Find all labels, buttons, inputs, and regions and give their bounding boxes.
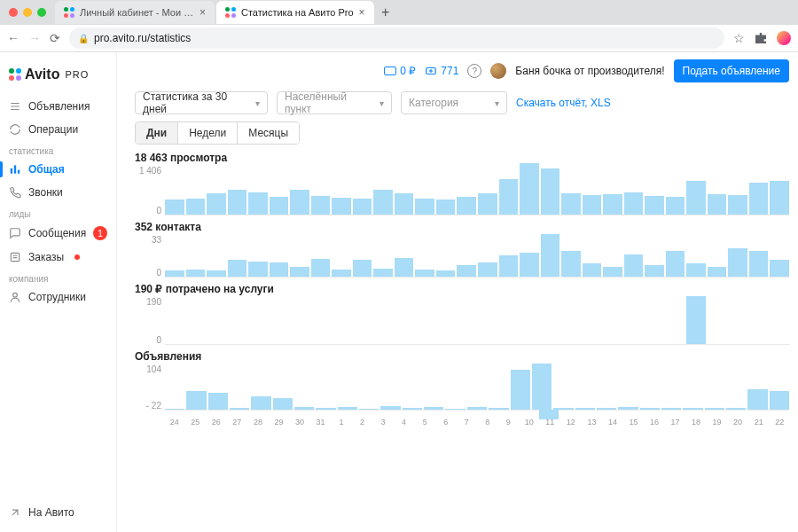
close-tab-icon[interactable]: × [200, 7, 206, 18]
favicon-icon [225, 7, 236, 18]
minimize-window-icon[interactable] [23, 8, 32, 17]
y-tick: 190 [146, 297, 161, 307]
granularity-month[interactable]: Месяцы [238, 122, 299, 144]
help-button[interactable]: ? [467, 64, 481, 78]
logo[interactable]: Avito PRO [0, 61, 116, 95]
sidebar-item-label: Сообщения [28, 227, 86, 239]
city-select[interactable]: Населённый пункт ▾ [277, 91, 392, 114]
profile-avatar-icon[interactable] [777, 31, 791, 45]
x-tick: 31 [311, 418, 331, 426]
select-value: Статистика за 30 дней [143, 90, 250, 115]
sidebar: Avito PRO Объявления Операции статистика… [0, 52, 117, 532]
bars-container [165, 364, 789, 411]
chart-title: 18 463 просмотра [135, 152, 789, 164]
list-icon [9, 251, 21, 263]
chart-spend: 190 ₽ потрачено на услуги 190 0 [135, 283, 789, 345]
sidebar-item-messages[interactable]: Сообщения 1 [0, 221, 116, 246]
chart-bar [230, 408, 249, 411]
x-tick: 16 [645, 418, 664, 426]
y-axis: 33 0 [135, 235, 165, 278]
forward-icon[interactable]: → [28, 31, 41, 45]
chart-title: Объявления [135, 350, 789, 363]
new-tab-button[interactable]: + [376, 4, 395, 20]
views-counter[interactable]: 771 [425, 65, 458, 77]
x-tick: 24 [165, 418, 184, 426]
chart-bar [395, 258, 414, 277]
sidebar-item-calls[interactable]: Звонки [0, 181, 116, 204]
chart-bar [165, 270, 184, 277]
chart-bar [728, 195, 747, 215]
y-tick: 104 [146, 364, 161, 374]
chart-bar [478, 193, 497, 215]
close-tab-icon[interactable]: × [359, 7, 365, 18]
granularity-week[interactable]: Недели [178, 122, 238, 144]
bars-icon [9, 163, 21, 176]
wallet-balance[interactable]: 0 ₽ [384, 65, 416, 77]
tab-title: Статистика на Авито Pro [241, 7, 354, 18]
reload-icon[interactable]: ⟳ [50, 31, 60, 45]
chart-bar [645, 196, 664, 215]
close-window-icon[interactable] [9, 8, 18, 17]
window-controls[interactable] [5, 8, 53, 17]
post-listing-button[interactable]: Подать объявление [674, 59, 789, 82]
logo-icon [9, 68, 21, 81]
chart-bar [726, 408, 746, 410]
browser-tab-inactive[interactable]: Личный кабинет - Мои объяв × [55, 1, 215, 24]
sidebar-item-listings[interactable]: Объявления [0, 95, 116, 118]
sidebar-footer-link[interactable]: На Авито [9, 501, 107, 524]
chart-bar [290, 190, 309, 215]
sidebar-item-orders[interactable]: Заказы [0, 246, 116, 269]
chart-bar [489, 408, 508, 410]
x-tick: 8 [478, 418, 497, 426]
star-icon[interactable]: ☆ [733, 31, 745, 45]
external-link-icon [9, 506, 21, 519]
period-select[interactable]: Статистика за 30 дней ▾ [135, 91, 268, 114]
url-input[interactable]: 🔒 pro.avito.ru/statistics [69, 27, 724, 49]
chart-bar [353, 199, 372, 215]
browser-tab-active[interactable]: Статистика на Авито Pro × [216, 1, 374, 24]
chart-bar [749, 251, 769, 277]
x-tick: 17 [666, 418, 685, 426]
x-tick: 5 [415, 418, 434, 426]
chart-bar [666, 197, 685, 215]
chart-bar [457, 197, 476, 215]
bars-container [165, 297, 789, 345]
maximize-window-icon[interactable] [37, 8, 46, 17]
svg-rect-2 [18, 170, 20, 174]
x-tick: 1 [332, 418, 351, 426]
notification-dot-icon [74, 254, 80, 260]
y-axis: 104 - 22 [135, 364, 165, 411]
sidebar-item-employees[interactable]: Сотрудники [0, 286, 116, 309]
chart-bar [561, 193, 581, 215]
download-report-link[interactable]: Скачать отчёт, XLS [516, 97, 611, 109]
user-listing-title[interactable]: Баня бочка от производителя! [515, 65, 664, 77]
sidebar-item-general-stats[interactable]: Общая [0, 158, 116, 181]
granularity-day[interactable]: Дни [136, 122, 178, 144]
x-tick: 30 [290, 418, 309, 426]
x-tick: 3 [373, 418, 393, 426]
x-tick: 22 [770, 418, 789, 426]
chart-bar [186, 270, 206, 277]
sidebar-item-operations[interactable]: Операции [0, 118, 116, 141]
extensions-icon[interactable] [755, 33, 766, 43]
logo-suffix: PRO [65, 69, 89, 80]
chart-bar [686, 263, 706, 277]
chart-bar [415, 270, 434, 277]
chart-bar [541, 168, 560, 215]
chart-bar [624, 192, 644, 215]
chart-bar [520, 253, 539, 277]
svg-rect-1 [14, 165, 16, 173]
chart-title: 352 контакта [135, 221, 789, 233]
refresh-icon [9, 123, 21, 136]
stack-icon [9, 100, 21, 113]
chart-contacts: 352 контакта 33 0 [135, 221, 789, 278]
user-avatar-icon[interactable] [490, 63, 506, 79]
chart-bar [749, 183, 769, 215]
category-select[interactable]: Категория ▾ [401, 91, 507, 114]
back-icon[interactable]: ← [7, 31, 20, 45]
select-placeholder: Населённый пункт [285, 90, 374, 115]
chevron-down-icon: ▾ [379, 98, 384, 108]
unread-badge: 1 [93, 226, 107, 240]
sidebar-item-label: Операции [28, 123, 78, 136]
x-tick: 21 [749, 418, 769, 426]
